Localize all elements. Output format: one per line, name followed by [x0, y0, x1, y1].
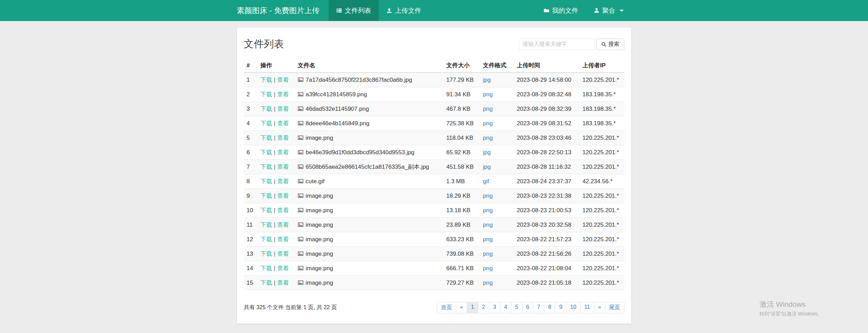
view-link[interactable]: 查看: [277, 135, 289, 141]
format-link[interactable]: jpg: [483, 77, 491, 83]
format-link[interactable]: jpg: [483, 149, 491, 156]
download-link[interactable]: 下载: [261, 149, 272, 156]
download-link[interactable]: 下载: [261, 265, 272, 272]
image-file-icon: [298, 193, 303, 198]
nav-item-my-files[interactable]: 我的文件: [536, 0, 586, 21]
view-link[interactable]: 查看: [277, 251, 289, 257]
row-index: 1: [244, 72, 258, 87]
card-header: 文件列表 搜索: [244, 37, 624, 51]
view-link[interactable]: 查看: [277, 222, 289, 228]
row-upload-time: 2023-08-22 21:57:23: [514, 232, 580, 247]
download-link[interactable]: 下载: [261, 77, 272, 83]
table-row: 4下载|查看8deee46e4b145849.png725.38 KBpng20…: [244, 116, 624, 131]
download-link[interactable]: 下载: [261, 193, 272, 199]
pagination-button[interactable]: 4: [500, 302, 511, 313]
action-separator: |: [274, 135, 275, 141]
pagination-button[interactable]: 2: [478, 302, 489, 313]
pagination-button[interactable]: 9: [555, 302, 566, 313]
view-link[interactable]: 查看: [277, 280, 289, 286]
column-header: 文件大小: [444, 59, 480, 72]
format-link[interactable]: png: [483, 193, 493, 199]
format-link[interactable]: png: [483, 280, 493, 286]
navbar: 素颜图床 - 免费图片上传 文件列表上传文件 我的文件聚合: [0, 0, 868, 21]
view-link[interactable]: 查看: [277, 164, 289, 170]
download-link[interactable]: 下载: [261, 236, 272, 243]
format-link[interactable]: png: [483, 222, 493, 228]
brand-link[interactable]: 素颜图床 - 免费图片上传: [237, 0, 320, 21]
download-link[interactable]: 下载: [261, 91, 272, 98]
format-link[interactable]: png: [483, 91, 493, 98]
pagination-button[interactable]: 5: [511, 302, 522, 313]
nav-item-aggregate[interactable]: 聚合: [586, 0, 631, 21]
action-separator: |: [274, 222, 275, 228]
row-filename: image.png: [295, 189, 444, 203]
format-link[interactable]: png: [483, 236, 493, 243]
image-file-icon: [298, 135, 303, 140]
download-link[interactable]: 下载: [261, 251, 272, 257]
view-link[interactable]: 查看: [277, 178, 289, 185]
row-index: 7: [244, 160, 258, 174]
view-link[interactable]: 查看: [277, 236, 289, 243]
pagination-button[interactable]: 尾页: [605, 302, 624, 313]
pagination-button[interactable]: 10: [566, 302, 581, 313]
pagination-button[interactable]: 1: [467, 302, 478, 313]
download-link[interactable]: 下载: [261, 280, 272, 286]
row-uploader-ip: 120.225.201.*: [580, 247, 624, 261]
view-link[interactable]: 查看: [277, 265, 289, 272]
page-title: 文件列表: [244, 37, 284, 51]
table-row: 13下载|查看image.png739.08 KBpng2023-08-22 2…: [244, 247, 624, 261]
row-file-size: 729.27 KB: [444, 276, 480, 290]
download-link[interactable]: 下载: [261, 207, 272, 214]
row-uploader-ip: 120.225.201.*: [580, 218, 624, 232]
format-link[interactable]: png: [483, 251, 493, 257]
pagination-button[interactable]: 首页: [437, 302, 456, 313]
table-row: 10下载|查看image.png13.18 KBpng2023-08-23 21…: [244, 203, 624, 218]
search-button[interactable]: 搜索: [596, 39, 624, 50]
view-link[interactable]: 查看: [277, 193, 289, 199]
view-link[interactable]: 查看: [277, 149, 289, 156]
download-link[interactable]: 下载: [261, 222, 272, 228]
search-input[interactable]: [519, 39, 595, 50]
format-link[interactable]: gif: [483, 178, 489, 185]
row-upload-time: 2023-08-23 21:00:53: [514, 203, 580, 218]
format-link[interactable]: png: [483, 120, 493, 127]
pagination-button[interactable]: 11: [580, 302, 594, 313]
view-link[interactable]: 查看: [277, 91, 289, 98]
nav-item-file-list[interactable]: 文件列表: [329, 0, 379, 21]
format-link[interactable]: jpg: [483, 164, 491, 170]
view-link[interactable]: 查看: [277, 120, 289, 127]
pagination-button[interactable]: 3: [489, 302, 500, 313]
format-link[interactable]: png: [483, 207, 493, 214]
format-link[interactable]: png: [483, 106, 493, 112]
pagination-button[interactable]: «: [456, 302, 467, 313]
download-link[interactable]: 下载: [261, 106, 272, 112]
download-link[interactable]: 下载: [261, 135, 272, 141]
download-link[interactable]: 下载: [261, 178, 272, 185]
filename-text: 6508b65aea2e866145cfc1a8176335a_副本.jpg: [306, 164, 429, 170]
format-link[interactable]: png: [483, 135, 493, 141]
row-upload-time: 2023-08-28 23:03:46: [514, 131, 580, 145]
pagination-button[interactable]: 8: [544, 302, 555, 313]
view-link[interactable]: 查看: [277, 106, 289, 112]
format-link[interactable]: png: [483, 265, 493, 272]
row-file-size: 177.29 KB: [444, 72, 480, 87]
pagination-button[interactable]: 7: [533, 302, 544, 313]
view-link[interactable]: 查看: [277, 207, 289, 214]
row-file-size: 23.89 KB: [444, 218, 480, 232]
row-filename: image.png: [295, 218, 444, 232]
table-row: 3下载|查看46dad532e1145907.png467.8 KBpng202…: [244, 102, 624, 116]
nav-item-upload-file[interactable]: 上传文件: [379, 0, 429, 21]
row-actions: 下载|查看: [258, 72, 295, 87]
windows-activation-watermark: 激活 Windows 转到“设置”以激活 Windows。: [760, 300, 822, 317]
row-index: 2: [244, 87, 258, 102]
row-index: 10: [244, 203, 258, 218]
image-file-icon: [298, 77, 303, 82]
action-separator: |: [274, 193, 275, 199]
nav-item-label: 我的文件: [552, 6, 578, 15]
download-link[interactable]: 下载: [261, 120, 272, 127]
download-link[interactable]: 下载: [261, 164, 272, 170]
pagination-button[interactable]: »: [594, 302, 605, 313]
view-link[interactable]: 查看: [277, 77, 289, 83]
action-separator: |: [274, 251, 275, 257]
pagination-button[interactable]: 6: [522, 302, 534, 313]
